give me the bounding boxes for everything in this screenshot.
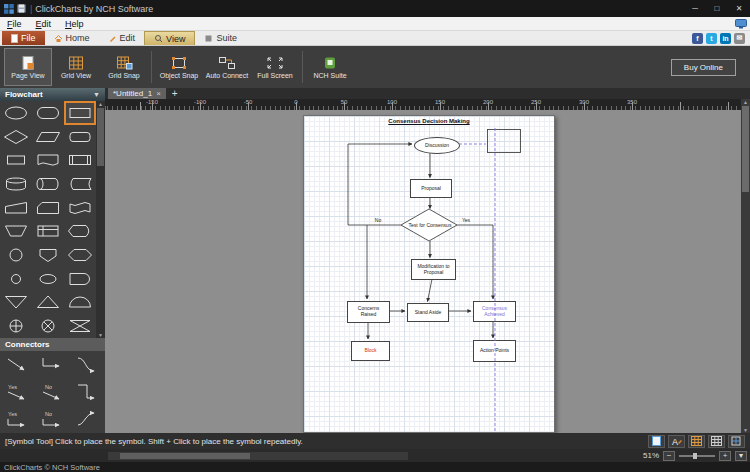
grid-view-toggle[interactable] xyxy=(688,435,705,448)
maximize-button[interactable]: □ xyxy=(706,0,728,17)
connector-curve[interactable] xyxy=(70,351,105,378)
shape-rounded-rectangle[interactable] xyxy=(32,101,64,125)
shape-alternate-process[interactable] xyxy=(64,125,96,149)
scroll-up-icon[interactable]: ▲ xyxy=(743,99,748,105)
drawing-canvas[interactable]: Consensus Decision Making xyxy=(105,110,741,433)
shape-process[interactable] xyxy=(0,148,32,172)
shape-punched-tape[interactable] xyxy=(64,196,96,220)
shape-manual-input[interactable] xyxy=(0,196,32,220)
scrollbar-thumb[interactable] xyxy=(742,106,749,192)
document-page[interactable]: Consensus Decision Making xyxy=(303,115,555,433)
shape-category-select[interactable]: Flowchart ▼ xyxy=(0,88,105,101)
node-block[interactable]: Block xyxy=(351,341,390,361)
connector-straight[interactable] xyxy=(0,351,35,378)
connector-elbow-alt[interactable] xyxy=(70,378,105,405)
node-discussion[interactable]: Discussion xyxy=(414,137,460,154)
tab-home[interactable]: Home xyxy=(45,31,99,45)
zoom-slider[interactable] xyxy=(679,455,715,457)
node-stand-aside[interactable]: Stand Aside xyxy=(407,303,449,322)
shape-preparation-hexagon[interactable] xyxy=(64,243,96,267)
minimize-button[interactable]: ─ xyxy=(684,0,706,17)
shape-magnetic-disk[interactable] xyxy=(0,172,32,196)
zoom-slider-thumb[interactable] xyxy=(693,453,697,459)
shape-display[interactable] xyxy=(64,219,96,243)
shape-merge-triangle[interactable] xyxy=(0,291,32,315)
window-switch-icon[interactable] xyxy=(735,19,747,29)
shape-or-junction[interactable] xyxy=(0,314,32,338)
node-test-label[interactable]: Test for Consensus xyxy=(402,217,458,235)
save-icon[interactable] xyxy=(17,4,26,13)
twitter-icon[interactable]: t xyxy=(706,33,717,44)
zoom-menu-chevron-icon[interactable]: ▾ xyxy=(735,451,747,461)
shape-terminator[interactable] xyxy=(0,101,32,125)
linkedin-icon[interactable]: in xyxy=(720,33,731,44)
new-tab-button[interactable]: + xyxy=(172,88,178,99)
connector-elbow-no[interactable]: No xyxy=(35,405,70,432)
shape-semicircle[interactable] xyxy=(64,291,96,315)
zoom-out-button[interactable]: − xyxy=(663,451,675,461)
scrollbar-thumb[interactable] xyxy=(120,453,250,459)
shape-small-ellipse[interactable] xyxy=(32,267,64,291)
facebook-icon[interactable]: f xyxy=(692,33,703,44)
grid-snap-toggle[interactable] xyxy=(708,435,725,448)
node-modification[interactable]: Modification to Proposal xyxy=(411,259,456,280)
text-edit-toggle[interactable]: A xyxy=(668,435,685,448)
connector-curve-alt[interactable] xyxy=(70,405,105,432)
zoom-in-button[interactable]: + xyxy=(719,451,731,461)
object-snap-toggle[interactable] xyxy=(728,435,745,448)
shape-manual-operation[interactable] xyxy=(0,219,32,243)
tab-view[interactable]: View xyxy=(144,31,195,45)
sidebar-scrollbar[interactable]: ▲ ▼ xyxy=(96,101,105,338)
nch-suite-button[interactable]: NCH Suite xyxy=(306,48,354,86)
tab-suite[interactable]: Suite xyxy=(195,31,246,45)
shape-summing-junction[interactable] xyxy=(32,314,64,338)
scroll-up-icon[interactable]: ▲ xyxy=(98,101,103,107)
grid-view-button[interactable]: Grid View xyxy=(52,48,100,86)
fit-page-toggle[interactable] xyxy=(648,435,665,448)
window-controls: ─ □ ✕ xyxy=(684,0,750,17)
shape-collate[interactable] xyxy=(64,314,96,338)
object-snap-button[interactable]: Object Snap xyxy=(155,48,203,86)
menu-edit[interactable]: Edit xyxy=(29,17,59,30)
tab-file[interactable]: File xyxy=(2,31,45,45)
shape-direct-access-storage[interactable] xyxy=(32,172,64,196)
grid-snap-button[interactable]: Grid Snap xyxy=(100,48,148,86)
shape-small-circle[interactable] xyxy=(0,267,32,291)
connector-elbow-yes[interactable]: Yes xyxy=(0,405,35,432)
document-tab[interactable]: *Untitled_1 × xyxy=(108,88,166,99)
horizontal-scrollbar[interactable] xyxy=(108,452,408,460)
node-action-points[interactable]: Action Points xyxy=(473,340,516,362)
canvas-area: *Untitled_1 × + -150 -100 -50 0 50 100 1… xyxy=(105,88,750,433)
full-screen-button[interactable]: Full Screen xyxy=(251,48,299,86)
page-view-button[interactable]: Page View xyxy=(4,48,52,86)
connectors-header[interactable]: Connectors xyxy=(0,338,105,351)
shape-stored-data[interactable] xyxy=(64,172,96,196)
connector-straight-yes[interactable]: Yes xyxy=(0,378,35,405)
shape-document[interactable] xyxy=(32,148,64,172)
node-consensus-achieved[interactable]: Consensus Achieved xyxy=(473,301,516,322)
shape-rectangle-selected[interactable] xyxy=(64,101,96,125)
shape-predefined-process[interactable] xyxy=(64,148,96,172)
menu-file[interactable]: File xyxy=(0,17,29,30)
buy-online-button[interactable]: Buy Online xyxy=(671,59,736,76)
auto-connect-button[interactable]: Auto Connect xyxy=(203,48,251,86)
vertical-scrollbar[interactable]: ▲ ▼ xyxy=(741,99,750,433)
shape-internal-storage[interactable] xyxy=(32,219,64,243)
shape-off-page-connector[interactable] xyxy=(32,243,64,267)
tab-edit[interactable]: Edit xyxy=(99,31,145,45)
node-concerns-raised[interactable]: Concerns Raised xyxy=(347,301,390,323)
connector-straight-no[interactable]: No xyxy=(35,378,70,405)
scrollbar-thumb[interactable] xyxy=(97,108,104,166)
connector-elbow[interactable] xyxy=(35,351,70,378)
shape-data-parallelogram[interactable] xyxy=(32,125,64,149)
node-proposal[interactable]: Proposal xyxy=(410,179,452,198)
shape-card[interactable] xyxy=(32,196,64,220)
menu-help[interactable]: Help xyxy=(58,17,91,30)
close-tab-icon[interactable]: × xyxy=(156,89,161,98)
shape-connector-circle[interactable] xyxy=(0,243,32,267)
shape-extract-triangle[interactable] xyxy=(32,291,64,315)
close-button[interactable]: ✕ xyxy=(728,0,750,17)
shape-decision-diamond[interactable] xyxy=(0,125,32,149)
email-icon[interactable]: ✉ xyxy=(734,33,745,44)
shape-delay[interactable] xyxy=(64,267,96,291)
